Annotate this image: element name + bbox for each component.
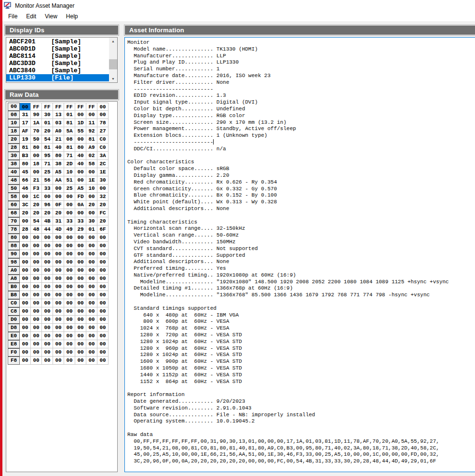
hex-address-button[interactable]: 60 (8, 201, 20, 209)
hex-cell[interactable]: 38 (53, 160, 64, 168)
hex-cell[interactable]: 40 (53, 144, 64, 152)
hex-cell[interactable]: 00 (53, 283, 64, 291)
hex-cell[interactable]: 31 (53, 217, 64, 225)
hex-cell[interactable]: 00 (86, 234, 97, 242)
scrollbar-up-icon[interactable]: ▲ (109, 38, 117, 45)
hex-cell[interactable]: 00 (75, 258, 86, 266)
hex-cell[interactable]: 00 (53, 266, 64, 275)
hex-cell[interactable]: 00 (86, 168, 97, 176)
hex-cell[interactable]: 00 (75, 266, 86, 275)
hex-cell[interactable]: 40 (75, 152, 86, 160)
hex-cell[interactable]: 80 (75, 144, 86, 152)
hex-cell[interactable]: 00 (64, 193, 75, 201)
hex-cell[interactable]: 00 (97, 242, 109, 250)
hex-cell[interactable]: 00 (64, 324, 75, 332)
hex-cell[interactable]: 00 (86, 357, 97, 365)
hex-cell[interactable]: 81 (64, 119, 75, 127)
hex-cell[interactable]: 81 (42, 144, 53, 152)
hex-cell[interactable]: 33 (64, 217, 75, 225)
hex-cell[interactable]: 00 (86, 258, 97, 266)
hex-cell[interactable]: 00 (86, 250, 97, 258)
hex-cell[interactable]: 80 (31, 144, 42, 152)
hex-cell[interactable]: 00 (97, 283, 109, 291)
hex-cell[interactable]: 00 (53, 332, 64, 340)
hex-cell[interactable]: 00 (42, 332, 53, 340)
hex-cell[interactable]: 00 (75, 332, 86, 340)
hex-cell[interactable]: 00 (31, 275, 42, 283)
hex-cell[interactable]: 00 (42, 193, 53, 201)
hex-cell[interactable]: 00 (42, 275, 53, 283)
hex-cell[interactable]: 00 (42, 283, 53, 291)
hex-cell[interactable]: 00 (75, 234, 86, 242)
hex-cell[interactable]: 00 (97, 291, 109, 299)
hex-address-button[interactable]: E0 (8, 332, 20, 340)
hex-address-button[interactable]: 50 (8, 185, 20, 193)
hex-cell[interactable]: 21 (31, 176, 42, 185)
hex-cell[interactable]: FF (42, 103, 53, 111)
hex-cell[interactable]: FF (53, 103, 64, 111)
hex-cell[interactable]: 44 (42, 225, 53, 234)
hex-cell[interactable]: 90 (31, 111, 42, 119)
hex-cell[interactable]: 00 (20, 193, 31, 201)
hex-cell[interactable]: 00 (20, 324, 31, 332)
hex-cell[interactable]: 00 (20, 275, 31, 283)
hex-cell[interactable]: 0F (53, 201, 64, 209)
hex-cell[interactable]: 00 (42, 266, 53, 275)
hex-cell[interactable]: 92 (86, 127, 97, 135)
hex-address-button[interactable]: 88 (8, 242, 20, 250)
hex-cell[interactable]: 00 (53, 357, 64, 365)
hex-cell[interactable]: 00 (42, 357, 53, 365)
hex-cell[interactable]: 78 (97, 119, 109, 127)
hex-cell[interactable]: 00 (31, 168, 42, 176)
hex-cell[interactable]: 00 (20, 258, 31, 266)
hex-cell[interactable]: 00 (31, 152, 42, 160)
hex-cell[interactable]: 00 (64, 340, 75, 348)
hex-cell[interactable]: 54 (42, 135, 53, 144)
hex-address-button[interactable]: E8 (8, 340, 20, 348)
hex-address-button[interactable]: F0 (8, 348, 20, 357)
hex-address-button[interactable]: D0 (8, 316, 20, 324)
hex-cell[interactable]: 00 (64, 332, 75, 340)
hex-cell[interactable]: 00 (86, 193, 97, 201)
hex-address-button[interactable]: 80 (8, 234, 20, 242)
hex-cell[interactable]: 00 (31, 340, 42, 348)
hex-cell[interactable]: F3 (31, 185, 42, 193)
hex-cell[interactable]: AA (53, 176, 64, 185)
hex-cell[interactable]: 11 (86, 119, 97, 127)
hex-cell[interactable]: 31 (20, 111, 31, 119)
hex-cell[interactable]: 17 (20, 119, 31, 127)
hex-cell[interactable]: 1E (86, 176, 97, 185)
hex-cell[interactable]: 00 (31, 316, 42, 324)
hex-address-button[interactable]: 20 (8, 135, 20, 144)
hex-cell[interactable]: 00 (86, 209, 97, 217)
hex-cell[interactable]: 00 (64, 209, 75, 217)
hex-cell[interactable]: 00 (86, 340, 97, 348)
display-ids-scrollbar[interactable]: ▲ ▼ (109, 38, 117, 82)
hex-cell[interactable]: 00 (20, 250, 31, 258)
hex-cell[interactable]: 00 (53, 234, 64, 242)
hex-cell[interactable]: 00 (20, 103, 31, 111)
hex-cell[interactable]: 21 (53, 135, 64, 144)
hex-cell[interactable]: 00 (53, 185, 64, 193)
hex-cell[interactable]: 20 (53, 209, 64, 217)
hex-cell[interactable]: 00 (75, 316, 86, 324)
hex-cell[interactable]: 00 (31, 307, 42, 316)
hex-cell[interactable]: 00 (42, 242, 53, 250)
hex-cell[interactable]: B3 (20, 152, 31, 160)
hex-cell[interactable]: 32 (97, 193, 109, 201)
hex-cell[interactable]: 13 (53, 111, 64, 119)
hex-cell[interactable]: 02 (86, 152, 97, 160)
hex-cell[interactable]: 00 (86, 111, 97, 119)
hex-cell[interactable]: 30 (42, 111, 53, 119)
hex-cell[interactable]: 00 (86, 348, 97, 357)
hex-cell[interactable]: 33 (75, 217, 86, 225)
hex-cell[interactable]: 00 (42, 307, 53, 316)
scrollbar-down-icon[interactable]: ▼ (109, 75, 117, 82)
hex-cell[interactable]: 03 (53, 119, 64, 127)
hex-cell[interactable]: 1C (31, 193, 42, 201)
hex-cell[interactable]: 1E (97, 168, 109, 176)
hex-cell[interactable]: 00 (75, 176, 86, 185)
hex-cell[interactable]: 00 (64, 307, 75, 316)
hex-cell[interactable]: 51 (64, 176, 75, 185)
hex-cell[interactable]: 19 (20, 135, 31, 144)
